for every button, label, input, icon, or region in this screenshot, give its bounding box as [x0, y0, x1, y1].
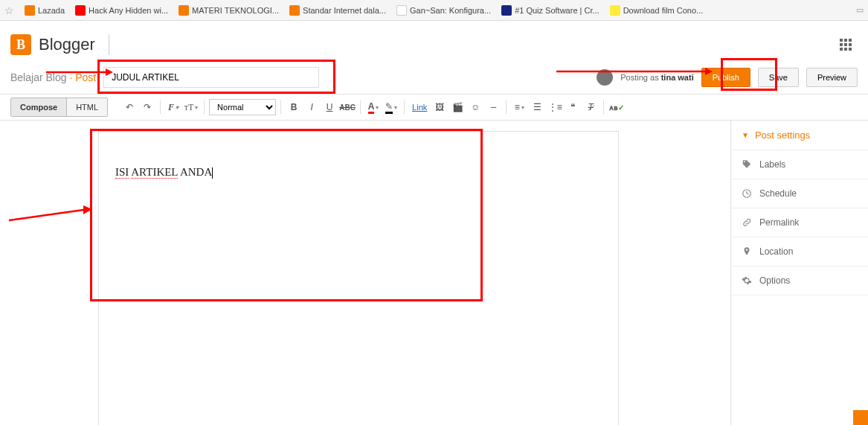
pin-icon	[742, 246, 752, 257]
app-header: B Blogger	[0, 21, 868, 63]
bookmark-item[interactable]: Lazada	[25, 5, 65, 16]
sidebar-item-location[interactable]: Location	[731, 237, 868, 266]
tag-icon	[742, 159, 752, 170]
insert-emoji-icon[interactable]: ☺	[467, 99, 483, 115]
device-icon[interactable]: ▭	[856, 5, 864, 15]
blogger-logo-icon[interactable]: B	[10, 34, 31, 55]
bookmark-item[interactable]: Standar Internet dala...	[289, 5, 386, 16]
highlight-color-icon[interactable]: ✎▾	[383, 99, 399, 115]
insert-link-button[interactable]: Link	[409, 103, 430, 112]
gear-icon	[742, 275, 752, 286]
insert-jump-icon[interactable]: ⎼	[485, 99, 501, 115]
bookmark-item[interactable]: Hack Any Hidden wi...	[75, 5, 168, 16]
bookmark-star-icon[interactable]: ☆	[4, 4, 14, 16]
insert-image-icon[interactable]: 🖼	[431, 99, 448, 115]
sidebar-item-permalink[interactable]: Permalink	[731, 208, 868, 237]
save-button[interactable]: Save	[758, 68, 799, 87]
remove-format-icon[interactable]: T̷	[582, 99, 599, 115]
strikethrough-icon[interactable]: ABC	[339, 99, 356, 115]
posting-as-label: Posting as tina wati	[620, 73, 693, 82]
title-row: Belajar Blog · Post Posting as tina wati…	[0, 63, 868, 94]
insert-video-icon[interactable]: 🎬	[449, 99, 466, 115]
bookmark-item[interactable]: Gan~San: Konfigura...	[396, 5, 491, 16]
italic-icon[interactable]: I	[303, 99, 320, 115]
content-text: ISI ARTIKEL ANDA	[99, 132, 618, 213]
caret-down-icon: ▼	[742, 131, 749, 139]
preview-button[interactable]: Preview	[806, 68, 858, 87]
post-settings-sidebar: ▼ Post settings Labels Schedule Permalin…	[730, 121, 868, 425]
sidebar-item-label: Options	[759, 275, 790, 286]
numbered-list-icon[interactable]: ☰	[529, 99, 545, 115]
logo-text: Blogger	[39, 35, 95, 54]
feedback-tab[interactable]	[853, 410, 868, 425]
post-settings-header[interactable]: ▼ Post settings	[731, 121, 868, 150]
publish-button[interactable]: Publish	[701, 68, 750, 87]
sidebar-item-schedule[interactable]: Schedule	[731, 179, 868, 208]
breadcrumb-section: Post	[75, 71, 96, 83]
svg-marker-5	[83, 205, 92, 214]
sidebar-item-options[interactable]: Options	[731, 266, 868, 295]
editor-area: ISI ARTIKEL ANDA	[0, 121, 730, 425]
main-content: ISI ARTIKEL ANDA ▼ Post settings Labels …	[0, 121, 868, 425]
editor-toolbar: Compose HTML ↶ ↷ F▾ тT▾ Normal B I U ABC…	[0, 94, 868, 121]
avatar[interactable]	[597, 69, 613, 86]
sidebar-item-label: Labels	[759, 159, 785, 170]
quote-icon[interactable]: ❝	[565, 99, 581, 115]
clock-icon	[742, 188, 752, 199]
breadcrumb: Belajar Blog · Post	[10, 71, 96, 83]
format-select[interactable]: Normal	[209, 99, 276, 115]
bookmark-item[interactable]: MATERI TEKNOLOGI...	[179, 5, 279, 16]
bookmark-item[interactable]: #1 Quiz Software | Cr...	[501, 5, 599, 16]
spellcheck-icon[interactable]: ᴀʙ✓	[608, 99, 625, 115]
html-tab[interactable]: HTML	[67, 98, 107, 116]
post-content-editor[interactable]: ISI ARTIKEL ANDA	[98, 131, 619, 425]
sidebar-item-label: Permalink	[759, 217, 799, 228]
sidebar-item-labels[interactable]: Labels	[731, 150, 868, 179]
sidebar-item-label: Schedule	[759, 188, 797, 199]
bold-icon[interactable]: B	[286, 99, 302, 115]
compose-tab[interactable]: Compose	[11, 98, 67, 116]
redo-icon[interactable]: ↷	[139, 99, 155, 115]
post-title-input[interactable]	[103, 67, 319, 88]
bulleted-list-icon[interactable]: ⋮≡	[547, 99, 563, 115]
svg-line-4	[9, 210, 83, 220]
apps-grid-icon[interactable]	[840, 39, 852, 51]
align-icon[interactable]: ≡▾	[511, 99, 527, 115]
font-size-icon[interactable]: тT▾	[183, 99, 199, 115]
link-icon	[742, 217, 752, 228]
undo-icon[interactable]: ↶	[121, 99, 138, 115]
sidebar-item-label: Location	[759, 246, 793, 257]
font-family-icon[interactable]: F▾	[165, 99, 181, 115]
breadcrumb-site[interactable]: Belajar Blog	[10, 71, 67, 83]
underline-icon[interactable]: U	[321, 99, 338, 115]
bookmarks-bar: ☆ Lazada Hack Any Hidden wi... MATERI TE…	[0, 0, 868, 21]
mode-tabs: Compose HTML	[10, 98, 108, 117]
bookmark-item[interactable]: Download film Cono...	[610, 5, 704, 16]
text-color-icon[interactable]: A▾	[365, 99, 382, 115]
